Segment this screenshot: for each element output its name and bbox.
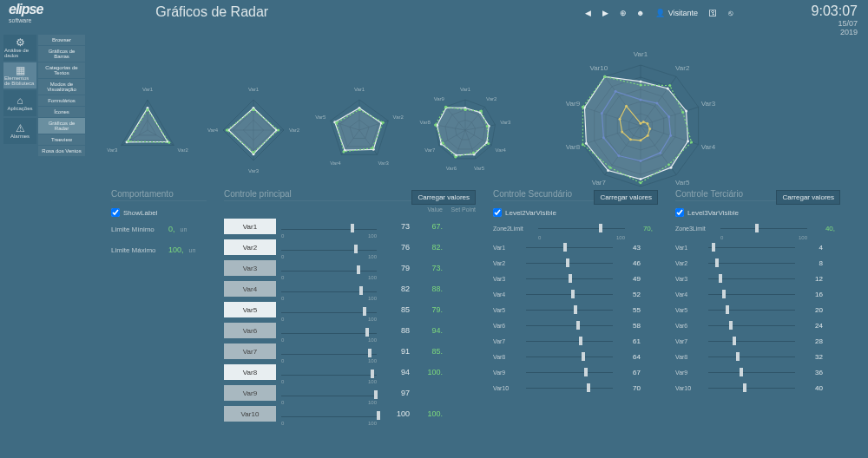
var-setpoint: 100. — [415, 368, 443, 376]
submenu-item[interactable]: Rosa dos Ventos — [38, 146, 85, 156]
var-setpoint: 67. — [415, 222, 443, 231]
chat-icon[interactable]: ☻ — [633, 5, 648, 21]
submenu-item[interactable]: Gráficos de Radar — [38, 118, 85, 134]
sec-slider[interactable] — [708, 336, 795, 346]
sec-row-Var7: Var728 — [675, 333, 840, 349]
sec-row-Var2: Var246 — [493, 255, 658, 271]
svg-point-136 — [607, 169, 609, 172]
submenu-item[interactable]: Ícones — [38, 107, 85, 117]
svg-text:Var2: Var2 — [393, 114, 404, 120]
level2var-checkbox[interactable]: Level2VarVisible — [493, 208, 658, 217]
var-slider[interactable]: 0100 — [281, 262, 377, 274]
sec-slider[interactable] — [526, 351, 613, 362]
var-setpoint: 82. — [415, 243, 443, 252]
svg-point-149 — [582, 106, 584, 108]
var-slider[interactable]: 0100 — [281, 241, 377, 253]
zone3-slider[interactable]: 0 100 — [720, 223, 807, 233]
nav-apps[interactable]: ⌂Aplicações — [3, 90, 36, 116]
var-button[interactable]: Var2 — [224, 239, 276, 255]
var-button[interactable]: Var1 — [224, 219, 276, 234]
var-slider[interactable]: 0100 — [281, 304, 377, 316]
var-slider[interactable]: 0100 — [281, 324, 377, 337]
svg-point-158 — [617, 154, 620, 157]
sec-slider[interactable] — [708, 273, 795, 284]
zone2-slider[interactable]: 0 100 — [538, 223, 625, 233]
var-slider[interactable]: 0100 — [281, 345, 377, 357]
var-button[interactable]: Var6 — [224, 323, 276, 338]
var-button[interactable]: Var4 — [224, 281, 276, 297]
sec-row-Var9: Var967 — [493, 364, 658, 380]
var-slider[interactable]: 0100 — [281, 220, 377, 232]
var-button[interactable]: Var9 — [224, 385, 276, 401]
var-slider[interactable]: 0100 — [281, 366, 377, 378]
sec-slider[interactable] — [526, 336, 613, 346]
sec-slider[interactable] — [526, 289, 613, 299]
submenu-item[interactable]: Treeview — [38, 134, 85, 145]
nav-alarms[interactable]: ⚠Alarmes — [3, 118, 36, 144]
submenu-item[interactable]: Browser — [38, 35, 85, 45]
var-slider[interactable]: 0100 — [281, 408, 377, 420]
svg-text:Var3: Var3 — [378, 160, 390, 166]
svg-marker-28 — [228, 108, 276, 154]
principal-load-button[interactable]: Carregar valores — [411, 190, 476, 205]
tertiary-load-button[interactable]: Carregar valores — [776, 190, 840, 205]
sec-slider[interactable] — [526, 383, 613, 393]
sec-row-Var5: Var555 — [493, 302, 658, 317]
svg-point-37 — [226, 129, 228, 132]
svg-point-143 — [681, 111, 684, 114]
sec-slider[interactable] — [708, 351, 795, 362]
sec-slider[interactable] — [708, 289, 795, 299]
submenu-item[interactable]: Categorias de Textos — [38, 62, 85, 78]
svg-text:Var3: Var3 — [701, 100, 716, 108]
radar-chart-big: Var1Var2Var3Var4Var5Var6Var7Var8Var9Var1… — [545, 43, 736, 200]
showlabel-checkbox[interactable]: ShowLabel — [111, 208, 207, 217]
var-value: 100 — [382, 409, 410, 418]
principal-row-Var1: Var101007367. — [224, 216, 476, 237]
var-button[interactable]: Var8 — [224, 364, 276, 380]
sec-slider[interactable] — [526, 258, 613, 268]
sec-row-Var7: Var761 — [493, 333, 658, 349]
sec-slider[interactable] — [708, 258, 795, 268]
user-button[interactable]: 👤 Visitante — [650, 5, 703, 21]
var-setpoint: 100. — [415, 409, 443, 418]
var-slider[interactable]: 0100 — [281, 387, 377, 399]
var-button[interactable]: Var7 — [224, 344, 276, 359]
sec-slider[interactable] — [526, 273, 613, 284]
submenu-item[interactable]: Modos de Visualização — [38, 79, 85, 95]
svg-point-62 — [335, 121, 338, 124]
sec-slider[interactable] — [526, 242, 613, 252]
sec-slider[interactable] — [708, 242, 795, 252]
prev-icon[interactable]: ◀ — [581, 5, 596, 21]
var-slider[interactable]: 0100 — [281, 283, 377, 295]
nav-library[interactable]: ▦Elementos de Biblioteca — [3, 62, 36, 88]
var-button[interactable]: Var3 — [224, 260, 276, 276]
svg-point-166 — [648, 128, 651, 130]
principal-row-Var6: Var601008894. — [224, 320, 476, 341]
sec-slider[interactable] — [526, 367, 613, 377]
secondary-load-button[interactable]: Carregar valores — [594, 190, 658, 205]
svg-point-101 — [442, 141, 444, 144]
svg-point-161 — [615, 90, 617, 93]
sec-slider[interactable] — [526, 320, 613, 330]
submenu-item[interactable]: Formulários — [38, 95, 85, 106]
svg-point-133 — [687, 140, 689, 142]
level3var-checkbox[interactable]: Level3VarVisible — [675, 208, 840, 217]
sec-slider[interactable] — [708, 304, 795, 315]
sec-slider[interactable] — [708, 383, 795, 393]
exit-icon[interactable]: ⎋ — [722, 5, 738, 21]
nav-analysis[interactable]: ⚙Análise de dados — [3, 35, 36, 61]
svg-text:Var4: Var4 — [330, 160, 341, 166]
svg-point-132 — [685, 109, 687, 112]
var-value: 88 — [382, 326, 410, 335]
sec-slider[interactable] — [526, 304, 613, 315]
var-setpoint: 79. — [415, 305, 443, 314]
key-icon[interactable]: ⚿ — [705, 5, 720, 21]
var-button[interactable]: Var5 — [224, 302, 276, 317]
svg-point-102 — [434, 123, 437, 126]
submenu-item[interactable]: Gráficos de Barras — [38, 46, 85, 62]
globe-icon[interactable]: ⊕ — [615, 5, 631, 21]
var-button[interactable]: Var10 — [224, 406, 276, 422]
sec-slider[interactable] — [708, 367, 795, 377]
sec-slider[interactable] — [708, 320, 795, 330]
next-icon[interactable]: ▶ — [598, 5, 614, 21]
